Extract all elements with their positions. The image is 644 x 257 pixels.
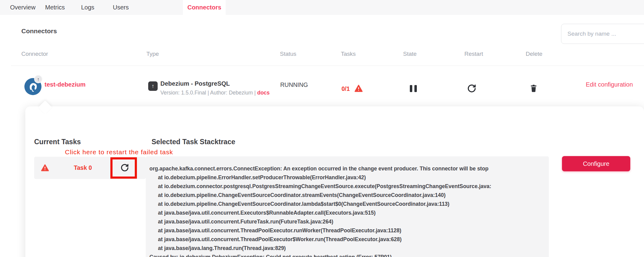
connector-type-title: Debezium - PostgreSQL <box>160 80 230 87</box>
stacktrace-panel: org.apache.kafka.connect.errors.ConnectE… <box>146 156 549 257</box>
connector-details-panel: Current Tasks Selected Task Stacktrace C… <box>25 106 644 257</box>
annotation-restart-hint: Click here to restart the failed task <box>65 148 173 156</box>
page-title: Connectors <box>21 27 57 35</box>
stacktrace-line: at io.debezium.connector.postgresql.Post… <box>149 182 545 191</box>
source-arrow-badge: ↑ <box>34 75 42 83</box>
connector-version-author: Version: 1.5.0.Final | Author: Debezium … <box>160 90 256 96</box>
app-window: Overview Metrics Logs Users Connectors C… <box>0 0 644 257</box>
stacktrace-line: at io.debezium.pipeline.ErrorHandler.set… <box>149 173 545 182</box>
edit-configuration-link[interactable]: Edit configuration <box>586 81 633 88</box>
column-header-tasks: Tasks <box>341 51 356 57</box>
restart-task-icon <box>120 163 129 172</box>
column-header-status: Status <box>280 51 296 57</box>
tab-metrics[interactable]: Metrics <box>45 0 65 15</box>
task-list-panel: Task 0 <box>34 157 146 179</box>
stacktrace-line: Caused by: io.debezium.DebeziumException… <box>149 253 545 257</box>
top-tab-bar: Overview Metrics Logs Users Connectors <box>0 0 644 15</box>
table-header-divider <box>11 66 644 66</box>
tab-overview[interactable]: Overview <box>10 0 35 15</box>
column-header-restart: Restart <box>464 51 483 57</box>
pause-connector-button[interactable] <box>410 85 417 92</box>
current-tasks-heading: Current Tasks <box>34 138 81 146</box>
docs-link[interactable]: docs <box>257 90 270 96</box>
column-header-delete: Delete <box>526 51 542 57</box>
tab-connectors[interactable]: Connectors <box>183 0 226 15</box>
source-connector-icon: ↑ <box>148 81 158 91</box>
stacktrace-line: at java.base/java.util.concurrent.Thread… <box>149 235 545 244</box>
restart-icon <box>467 84 476 93</box>
stacktrace-line: at java.base/java.util.concurrent.Future… <box>149 217 545 226</box>
status-value: RUNNING <box>280 81 308 88</box>
restart-connector-button[interactable] <box>467 84 476 93</box>
task-item-label[interactable]: Task 0 <box>74 164 92 171</box>
tab-logs[interactable]: Logs <box>81 0 94 15</box>
stacktrace-heading: Selected Task Stacktrace <box>152 138 235 146</box>
column-header-type: Type <box>146 51 159 57</box>
tasks-count: 0/1 <box>342 85 350 92</box>
delete-connector-button[interactable] <box>529 84 538 92</box>
stacktrace-line: at io.debezium.pipeline.ChangeEventSourc… <box>149 200 545 209</box>
tab-users[interactable]: Users <box>113 0 129 15</box>
stacktrace-line: at java.base/java.util.concurrent.Thread… <box>149 226 545 235</box>
configure-button[interactable]: Configure <box>562 156 630 171</box>
stacktrace-line: at io.debezium.pipeline.ChangeEventSourc… <box>149 191 545 200</box>
stacktrace-line: at java.base/java.util.concurrent.Execut… <box>149 209 545 217</box>
search-input[interactable] <box>561 24 644 44</box>
stacktrace-line: org.apache.kafka.connect.errors.ConnectE… <box>149 164 545 173</box>
connector-name-link[interactable]: test-debezium <box>45 81 85 88</box>
restart-task-button[interactable] <box>120 163 129 172</box>
trash-icon <box>529 84 538 92</box>
connector-type-meta: Version: 1.5.0.Final | Author: Debezium … <box>160 90 270 96</box>
column-header-connector: Connector <box>21 51 48 57</box>
task-warning-icon <box>41 164 49 173</box>
warning-icon <box>354 84 363 94</box>
column-header-state: State <box>403 51 417 57</box>
pause-icon <box>410 85 412 92</box>
stacktrace-line: at java.base/java.lang.Thread.run(Thread… <box>149 244 545 253</box>
